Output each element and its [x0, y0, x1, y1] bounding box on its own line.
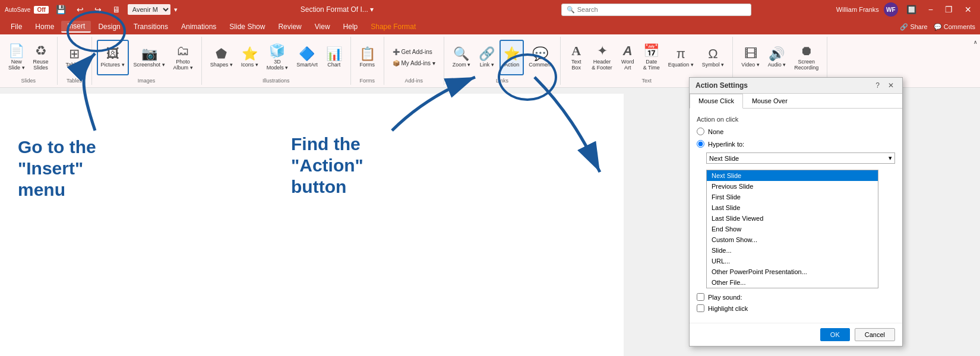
zoom-icon: 🔍 [453, 47, 469, 61]
list-item-next-slide[interactable]: Next Slide [707, 170, 878, 181]
dialog-help-button[interactable]: ? [873, 81, 882, 90]
maximize-button[interactable]: ❐ [941, 4, 956, 15]
screenshot-button[interactable]: 📷 Screenshot ▾ [130, 40, 169, 75]
menu-insert[interactable]: Insert [61, 21, 91, 33]
radio-none[interactable] [697, 128, 704, 135]
wordart-button[interactable]: A WordArt [617, 40, 638, 75]
font-selector[interactable]: Avenir M [128, 4, 170, 15]
list-item-url[interactable]: URL... [707, 256, 878, 266]
menu-help[interactable]: Help [337, 21, 364, 32]
forms-button[interactable]: 📋 Forms [356, 40, 379, 75]
3d-models-button[interactable]: 🧊 3DModels ▾ [263, 40, 292, 75]
search-bar[interactable]: 🔍 [561, 4, 751, 16]
doc-title-dropdown[interactable]: ▾ [370, 5, 374, 14]
shapes-label: Shapes ▾ [210, 62, 233, 68]
minimize-button[interactable]: − [925, 4, 937, 15]
ribbon-forms-items: 📋 Forms [356, 38, 379, 77]
option-hyperlink[interactable]: Hyperlink to: [697, 140, 895, 148]
action-annotation: Find the"Action"button [291, 134, 363, 198]
list-item-custom-show[interactable]: Custom Show... [707, 234, 878, 245]
zoom-label: Zoom ▾ [453, 62, 471, 68]
reuse-slides-button[interactable]: ♻ ReuseSlides [30, 40, 52, 75]
comment-button[interactable]: 💬 Comment [525, 40, 555, 75]
list-item-last-viewed[interactable]: Last Slide Viewed [707, 213, 878, 224]
ribbon-collapse-button[interactable]: ∧ [973, 39, 978, 45]
menu-animations[interactable]: Animations [175, 21, 222, 32]
screen-recording-button[interactable]: ⏺ ScreenRecording [791, 40, 822, 75]
chart-label: Chart [327, 62, 340, 68]
ribbon-group-images: 🖼 Pictures ▾ 📷 Screenshot ▾ 🗂 PhotoAlbum… [92, 37, 202, 85]
presentation-view-button[interactable]: 🖥 [109, 4, 124, 15]
list-item-first-slide[interactable]: First Slide [707, 192, 878, 202]
radio-hyperlink[interactable] [697, 140, 704, 148]
header-footer-label: Header& Footer [592, 59, 612, 71]
comments-button[interactable]: 💬 Comments [934, 23, 975, 31]
menu-home[interactable]: Home [29, 21, 60, 32]
my-addins-button[interactable]: 📦 My Add-ins ▾ [389, 59, 439, 68]
symbol-button[interactable]: Ω Symbol ▾ [698, 40, 728, 75]
list-item-previous-slide[interactable]: Previous Slide [707, 181, 878, 192]
list-item-other-file[interactable]: Other File... [707, 277, 878, 288]
dialog-body: Action on click None Hyperlink to: Next … [690, 109, 902, 323]
titlebar: AutoSave Off 💾 ↩ ↪ 🖥 Avenir M ▾ Section … [0, 0, 980, 19]
insert-annotation: Go to the"Insert"menu [18, 136, 96, 201]
equation-button[interactable]: π Equation ▾ [665, 40, 697, 75]
menu-review[interactable]: Review [272, 21, 307, 32]
search-input[interactable] [577, 6, 746, 13]
list-item-last-slide[interactable]: Last Slide [707, 202, 878, 213]
cancel-button[interactable]: Cancel [855, 328, 895, 341]
autosave-toggle[interactable]: Off [34, 6, 48, 14]
titlebar-left: AutoSave Off 💾 ↩ ↪ 🖥 Avenir M ▾ [5, 4, 178, 15]
restore-button[interactable]: 🔲 [903, 4, 920, 15]
option-none[interactable]: None [697, 128, 895, 135]
link-button[interactable]: 🔗 Link ▾ [475, 40, 498, 75]
menu-view[interactable]: View [309, 21, 336, 32]
tab-mouse-click[interactable]: Mouse Click [690, 94, 743, 109]
list-item-slide[interactable]: Slide... [707, 245, 878, 256]
video-icon: 🎞 [744, 47, 757, 61]
play-sound-label: Play sound: [708, 294, 742, 301]
highlight-click-checkbox[interactable] [697, 304, 704, 312]
close-button[interactable]: ✕ [961, 4, 975, 15]
redo-button[interactable]: ↪ [91, 4, 105, 15]
shapes-button[interactable]: ⬟ Shapes ▾ [207, 40, 236, 75]
video-button[interactable]: 🎞 Video ▾ [738, 40, 763, 75]
audio-button[interactable]: 🔊 Audio ▾ [764, 40, 790, 75]
menu-file[interactable]: File [5, 21, 28, 32]
titlebar-right: William Franks WF 🔲 − ❐ ✕ [815, 2, 975, 17]
menu-shape-format[interactable]: Shape Format [365, 21, 422, 32]
pictures-button[interactable]: 🖼 Pictures ▾ [97, 40, 129, 75]
action-button[interactable]: ⭐ Action [500, 40, 524, 75]
date-time-icon: 📅 [643, 44, 659, 58]
textbox-label: TextBox [571, 59, 581, 71]
share-button[interactable]: 🔗 Share [900, 23, 927, 31]
textbox-button[interactable]: A TextBox [565, 40, 587, 75]
tab-mouse-over[interactable]: Mouse Over [743, 94, 796, 108]
dialog-close-button[interactable]: ✕ [886, 81, 896, 90]
list-item-other-ppt[interactable]: Other PowerPoint Presentation... [707, 266, 878, 277]
chart-button[interactable]: 📊 Chart [323, 40, 346, 75]
icons-button[interactable]: ⭐ Icons ▾ [238, 40, 262, 75]
photo-album-icon: 🗂 [176, 44, 189, 58]
hyperlink-select[interactable]: Next Slide ▾ [706, 152, 895, 164]
new-slide-button[interactable]: 📄 NewSlide ▾ [5, 40, 29, 75]
undo-button[interactable]: ↩ [73, 4, 87, 15]
comment-icon: 💬 [532, 47, 548, 61]
date-time-button[interactable]: 📅 Date& Time [640, 40, 663, 75]
smartart-button[interactable]: 🔷 SmartArt [293, 40, 321, 75]
menu-transitions[interactable]: Transitions [128, 21, 174, 32]
play-sound-checkbox[interactable] [697, 293, 704, 301]
get-addins-button[interactable]: ➕ Get Add-ins [389, 47, 439, 56]
menu-slideshow[interactable]: Slide Show [223, 21, 271, 32]
ok-button[interactable]: OK [820, 328, 850, 341]
list-item-end-show[interactable]: End Show [707, 224, 878, 234]
action-icon: ⭐ [504, 47, 520, 61]
header-footer-button[interactable]: ✦ Header& Footer [588, 40, 616, 75]
save-button[interactable]: 💾 [52, 4, 69, 15]
zoom-button[interactable]: 🔍 Zoom ▾ [449, 40, 475, 75]
photo-album-button[interactable]: 🗂 PhotoAlbum ▾ [170, 40, 197, 75]
menubar-right: 🔗 Share 💬 Comments [900, 23, 975, 31]
table-button[interactable]: ⊞ Table ▾ [62, 40, 87, 75]
menu-design[interactable]: Design [92, 21, 126, 32]
table-label: Table ▾ [66, 62, 83, 68]
